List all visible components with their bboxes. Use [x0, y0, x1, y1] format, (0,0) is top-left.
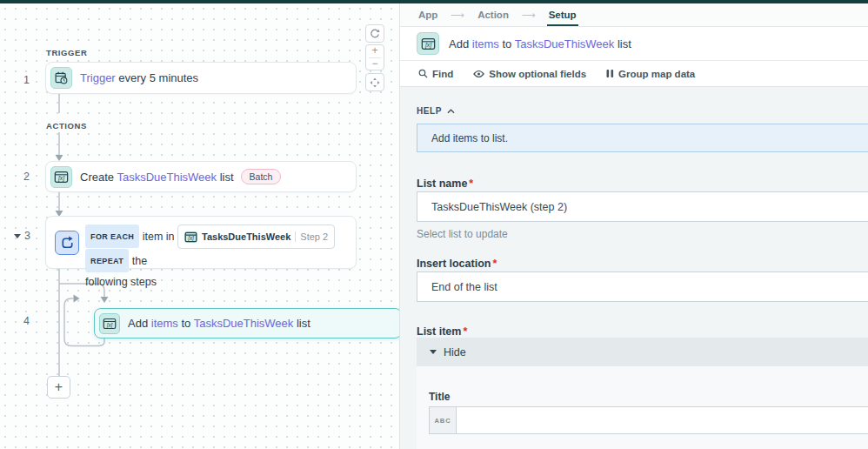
- show-optional-fields-button[interactable]: Show optional fields: [473, 69, 586, 79]
- zoom-out-button[interactable]: −: [366, 58, 384, 70]
- fit-view-button[interactable]: [365, 73, 384, 91]
- insert-location-label: Insert location*: [417, 258, 497, 270]
- svg-text:[x]: [x]: [187, 235, 194, 242]
- tab-setup[interactable]: Setup: [549, 10, 577, 20]
- collapse-caret-icon[interactable]: [14, 234, 21, 238]
- list-name-hint: Select list to update: [417, 228, 508, 240]
- list-reference-chip[interactable]: [x] TasksDueThisWeek Step 2: [177, 224, 335, 249]
- schedule-icon: [50, 67, 72, 89]
- list-item-group: Title ABC: [417, 366, 868, 449]
- step-4-number: 4: [23, 315, 30, 327]
- step-1-card-trigger[interactable]: Trigger every 5 minutes: [45, 62, 357, 94]
- tab-action[interactable]: Action: [477, 10, 509, 20]
- group-map-data-button[interactable]: Group map data: [606, 69, 695, 79]
- eye-icon: [473, 70, 484, 78]
- title-input[interactable]: ABC: [429, 406, 868, 434]
- workflow-canvas[interactable]: TRIGGER 1 Trigger every 5 minutes ACTION…: [0, 3, 399, 449]
- trigger-section-label: TRIGGER: [43, 46, 90, 59]
- divider: [295, 231, 296, 242]
- actions-section-label: ACTIONS: [43, 119, 90, 132]
- help-section-toggle[interactable]: HELP: [417, 106, 455, 116]
- panel-toolbar: Find Show optional fields Group map data: [400, 61, 868, 87]
- breadcrumb-arrow-icon: ⟶: [451, 10, 464, 21]
- setup-form: HELP Add items to list. List name* Tasks…: [400, 87, 868, 449]
- panel-title: Add items to TasksDueThisWeek list: [449, 37, 631, 50]
- zoom-in-button[interactable]: +: [366, 45, 384, 57]
- step-1-number: 1: [23, 74, 30, 86]
- list-item-label: List item*: [417, 325, 467, 338]
- text-type-addon: ABC: [430, 407, 457, 433]
- help-message: Add items to list.: [417, 124, 868, 152]
- step-4-label: Add items to TasksDueThisWeek list: [128, 317, 310, 330]
- required-asterisk: *: [469, 178, 473, 190]
- top-accent-bar: [0, 0, 868, 3]
- reset-view-button[interactable]: [365, 24, 384, 43]
- step-3-card-loop[interactable]: FOR EACH item in [x] TasksDueThisWeek St…: [45, 216, 357, 269]
- find-button[interactable]: Find: [418, 69, 453, 79]
- caret-down-icon: [430, 350, 437, 354]
- chevron-up-icon: [447, 109, 455, 114]
- list-name-label: List name*: [417, 178, 473, 190]
- step-4-card-add-items[interactable]: [x] Add items to TasksDueThisWeek list: [94, 308, 399, 338]
- breadcrumb: App ⟶ Action ⟶ Setup: [400, 3, 868, 27]
- breadcrumb-arrow-icon: ⟶: [522, 10, 536, 21]
- group-columns-icon: [606, 69, 614, 78]
- tables-icon: [x]: [50, 166, 72, 188]
- insert-location-input[interactable]: End of the list: [417, 271, 868, 302]
- refresh-icon: [370, 29, 380, 39]
- tables-icon: [x]: [417, 32, 439, 55]
- svg-text:[x]: [x]: [57, 175, 64, 182]
- for-each-chip: FOR EACH: [85, 224, 139, 248]
- repeat-chip: REPEAT: [85, 249, 129, 272]
- tables-icon: [x]: [184, 231, 197, 243]
- required-asterisk: *: [492, 258, 497, 270]
- tab-app[interactable]: App: [418, 10, 437, 20]
- svg-text:[x]: [x]: [106, 321, 113, 328]
- svg-text:[x]: [x]: [424, 42, 431, 49]
- add-step-button[interactable]: +: [47, 376, 70, 399]
- fit-view-icon: [370, 77, 380, 88]
- step-2-card-create-list[interactable]: [x] Create TasksDueThisWeek listBatch: [45, 161, 357, 192]
- step-3-number[interactable]: 3: [14, 230, 30, 242]
- search-icon: [418, 69, 428, 78]
- required-asterisk: *: [463, 325, 467, 338]
- title-label: Title: [429, 391, 450, 403]
- zoom-control[interactable]: + −: [365, 44, 384, 70]
- step-3-label: FOR EACH item in [x] TasksDueThisWeek St…: [85, 224, 356, 292]
- list-item-hide-toggle[interactable]: Hide: [417, 338, 868, 366]
- step-1-label: Trigger every 5 minutes: [80, 71, 198, 84]
- setup-panel: App ⟶ Action ⟶ Setup [x] Add items to Ta…: [399, 3, 868, 449]
- step-2-label: Create TasksDueThisWeek listBatch: [80, 169, 281, 184]
- batch-badge: Batch: [241, 169, 282, 184]
- tables-icon: [x]: [99, 313, 120, 334]
- panel-header: [x] Add items to TasksDueThisWeek list: [400, 27, 868, 61]
- zap-editor: TRIGGER 1 Trigger every 5 minutes ACTION…: [0, 0, 868, 449]
- list-name-input[interactable]: TasksDueThisWeek (step 2): [417, 191, 868, 222]
- loop-icon: [55, 231, 79, 255]
- step-2-number: 2: [23, 171, 30, 183]
